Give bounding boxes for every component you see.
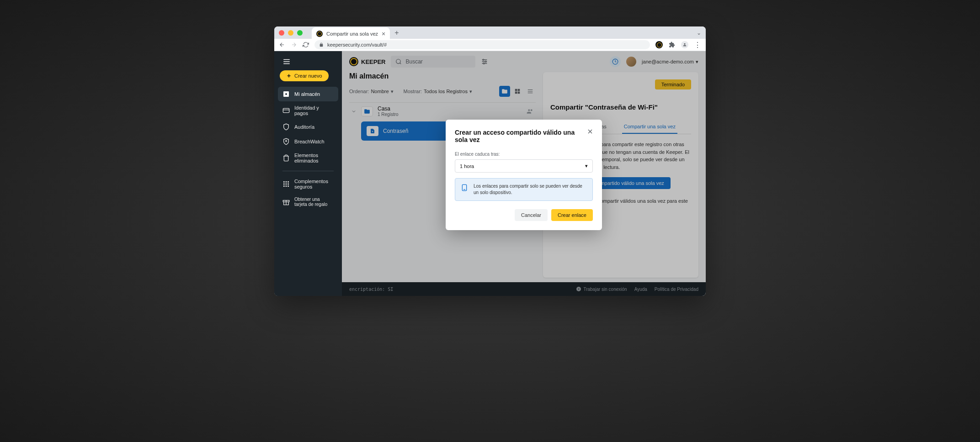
- browser-toolbar-icons: ⋮: [655, 41, 701, 48]
- sidebar-item-label: Elementos eliminados: [294, 153, 334, 163]
- create-new-label: Crear nuevo: [294, 73, 322, 79]
- create-new-button[interactable]: Crear nuevo: [280, 70, 329, 81]
- sidebar-item-label: Obtener una tarjeta de regalo: [294, 197, 334, 207]
- svg-rect-17: [286, 185, 287, 187]
- browser-reload-button[interactable]: [303, 42, 309, 48]
- browser-profile-icon[interactable]: [681, 41, 688, 48]
- cancel-button[interactable]: Cancelar: [515, 209, 548, 221]
- modal-info-text: Los enlaces para compartir solo se puede…: [474, 183, 587, 196]
- tab-close-button[interactable]: ×: [382, 30, 385, 37]
- tab-title: Compartir una sola vez: [326, 31, 378, 37]
- sidebar-item-vault[interactable]: Mi almacén: [278, 87, 338, 101]
- new-tab-button[interactable]: +: [394, 29, 399, 37]
- svg-rect-11: [286, 181, 287, 183]
- expiry-select[interactable]: 1 hora ▾: [455, 159, 593, 173]
- sidebar-item-label: Complementos seguros: [294, 179, 334, 189]
- browser-menu-button[interactable]: ⋮: [694, 41, 701, 48]
- svg-rect-15: [288, 184, 289, 185]
- sidebar-item-label: BreachWatch: [294, 139, 325, 144]
- card-icon: [282, 107, 290, 114]
- modal-actions: Cancelar Crear enlace: [455, 209, 593, 221]
- browser-tab[interactable]: Compartir una sola vez ×: [312, 27, 390, 40]
- tabs-dropdown-button[interactable]: ⌄: [697, 30, 701, 36]
- window-close-button[interactable]: [279, 30, 284, 36]
- keeper-extension-icon[interactable]: [655, 41, 663, 48]
- vault-icon: [282, 90, 290, 98]
- svg-rect-10: [283, 181, 285, 183]
- app-content: Crear nuevo Mi almacén Identidad y pagos: [274, 51, 706, 296]
- svg-rect-14: [286, 184, 287, 185]
- svg-rect-16: [283, 185, 285, 187]
- hamburger-menu-button[interactable]: [278, 56, 338, 70]
- sidebar-item-identity[interactable]: Identidad y pagos: [278, 101, 338, 120]
- extensions-icon[interactable]: [668, 41, 676, 48]
- main-area: KEEPER Buscar jane@acme-demo.com ▾: [342, 51, 706, 296]
- sidebar-item-audit[interactable]: Auditoría: [278, 120, 338, 134]
- browser-toolbar: keepersecurity.com/vault/# ⋮: [274, 39, 706, 51]
- device-icon: [461, 184, 468, 191]
- browser-tab-strip: Compartir una sola vez × + ⌄: [274, 26, 706, 39]
- svg-point-6: [285, 93, 287, 95]
- browser-window: Compartir una sola vez × + ⌄ keepersecur…: [274, 26, 706, 296]
- sidebar-item-referral[interactable]: Obtener una tarjeta de regalo: [278, 193, 338, 210]
- svg-rect-7: [283, 108, 289, 112]
- modal-info-box: Los enlaces para compartir solo se puede…: [455, 178, 593, 201]
- sidebar: Crear nuevo Mi almacén Identidad y pagos: [274, 51, 342, 296]
- shield-icon: [282, 123, 290, 131]
- tab-favicon-icon: [316, 31, 323, 37]
- svg-rect-12: [288, 181, 289, 183]
- breachwatch-icon: [282, 138, 290, 145]
- svg-rect-13: [283, 184, 285, 185]
- expiry-label: El enlace caduca tras:: [455, 152, 593, 157]
- window-minimize-button[interactable]: [288, 30, 293, 36]
- modal-overlay[interactable]: Crear un acceso compartido válido una so…: [342, 51, 706, 296]
- sidebar-divider: [282, 171, 334, 171]
- create-link-button[interactable]: Crear enlace: [551, 209, 593, 221]
- grid-icon: [282, 180, 290, 188]
- modal-close-button[interactable]: [586, 128, 594, 135]
- chevron-down-icon: ▾: [585, 163, 588, 169]
- browser-forward-button[interactable]: [291, 42, 297, 48]
- modal-title: Crear un acceso compartido válido una so…: [455, 129, 593, 143]
- sidebar-item-label: Auditoría: [294, 124, 314, 130]
- sidebar-item-label: Identidad y pagos: [294, 105, 334, 116]
- svg-point-9: [286, 140, 287, 142]
- expiry-value: 1 hora: [460, 163, 474, 169]
- gift-icon: [282, 198, 290, 205]
- url-text: keepersecurity.com/vault/#: [327, 42, 387, 47]
- window-maximize-button[interactable]: [297, 30, 303, 36]
- window-controls: [279, 30, 303, 36]
- create-share-modal: Crear un acceso compartido válido una so…: [446, 120, 602, 230]
- sidebar-item-deleted[interactable]: Elementos eliminados: [278, 149, 338, 167]
- sidebar-item-label: Mi almacén: [294, 91, 320, 97]
- sidebar-item-addons[interactable]: Complementos seguros: [278, 175, 338, 193]
- browser-back-button[interactable]: [279, 42, 285, 48]
- svg-rect-18: [288, 185, 289, 187]
- trash-icon: [282, 154, 290, 162]
- sidebar-item-breachwatch[interactable]: BreachWatch: [278, 134, 338, 149]
- lock-icon: [319, 42, 324, 47]
- url-bar[interactable]: keepersecurity.com/vault/#: [314, 40, 650, 49]
